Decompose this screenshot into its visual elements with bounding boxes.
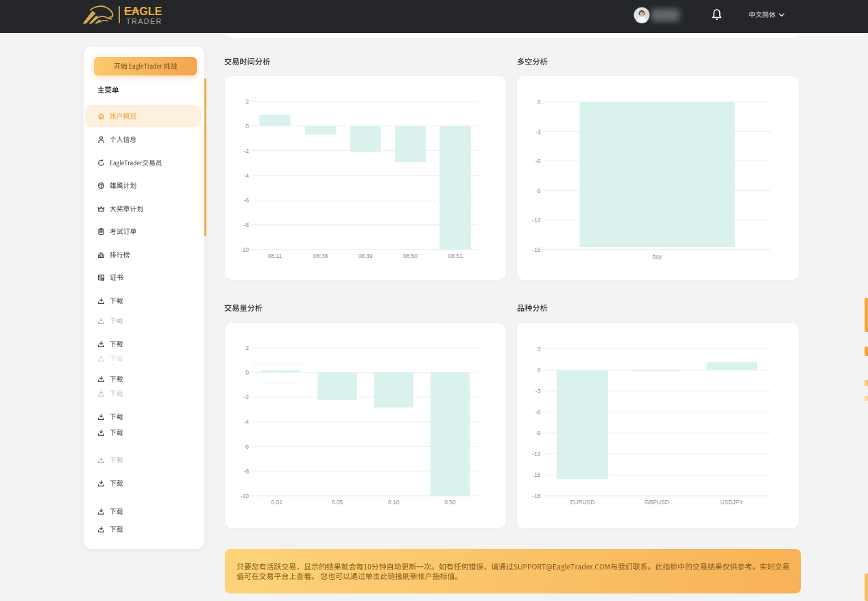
svg-text:-15: -15 xyxy=(532,246,541,253)
svg-text:buy: buy xyxy=(653,253,662,260)
svg-text:0.10: 0.10 xyxy=(388,499,400,506)
svg-text:-6: -6 xyxy=(243,443,249,450)
svg-text:3: 3 xyxy=(538,346,541,353)
svg-text:-2: -2 xyxy=(243,148,249,154)
svg-text:0.01: 0.01 xyxy=(271,499,282,506)
svg-text:08:38: 08:38 xyxy=(313,252,328,259)
svg-text:-4: -4 xyxy=(243,172,249,179)
svg-text:-6: -6 xyxy=(243,197,249,204)
svg-text:-9: -9 xyxy=(535,187,541,194)
svg-text:0.50: 0.50 xyxy=(444,499,456,506)
svg-text:-6: -6 xyxy=(535,158,541,165)
svg-text:-12: -12 xyxy=(532,451,541,458)
svg-text:USDJPY: USDJPY xyxy=(720,499,743,506)
svg-text:08:39: 08:39 xyxy=(358,252,373,259)
svg-text:-2: -2 xyxy=(243,394,249,401)
svg-text:-4: -4 xyxy=(243,419,249,425)
svg-text:-6: -6 xyxy=(535,409,541,416)
svg-text:-12: -12 xyxy=(532,217,541,224)
svg-text:08:50: 08:50 xyxy=(403,252,418,259)
svg-text:0: 0 xyxy=(245,369,249,376)
svg-text:0: 0 xyxy=(538,366,541,373)
svg-text:08:51: 08:51 xyxy=(448,252,463,259)
svg-text:-15: -15 xyxy=(532,471,541,478)
svg-text:-8: -8 xyxy=(243,222,249,228)
svg-text:0.05: 0.05 xyxy=(332,499,343,506)
svg-text:2: 2 xyxy=(245,98,249,105)
svg-text:-3: -3 xyxy=(535,128,541,135)
svg-text:2: 2 xyxy=(245,344,249,351)
svg-text:-8: -8 xyxy=(243,468,249,475)
svg-text:-10: -10 xyxy=(241,493,250,499)
svg-text:0: 0 xyxy=(538,99,541,106)
svg-text:-9: -9 xyxy=(535,429,541,436)
svg-text:-10: -10 xyxy=(241,246,250,253)
svg-text:EURUSD: EURUSD xyxy=(570,499,594,506)
svg-text:-3: -3 xyxy=(535,388,541,394)
svg-text:0: 0 xyxy=(245,123,249,130)
svg-text:08:11: 08:11 xyxy=(268,252,282,259)
svg-text:GBPUSD: GBPUSD xyxy=(644,499,669,506)
svg-text:-18: -18 xyxy=(532,493,541,499)
